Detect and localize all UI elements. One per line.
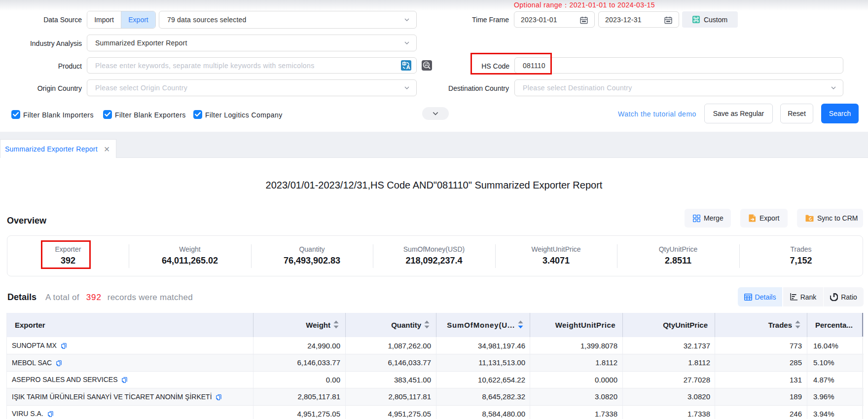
svg-text:A: A bbox=[406, 64, 410, 70]
